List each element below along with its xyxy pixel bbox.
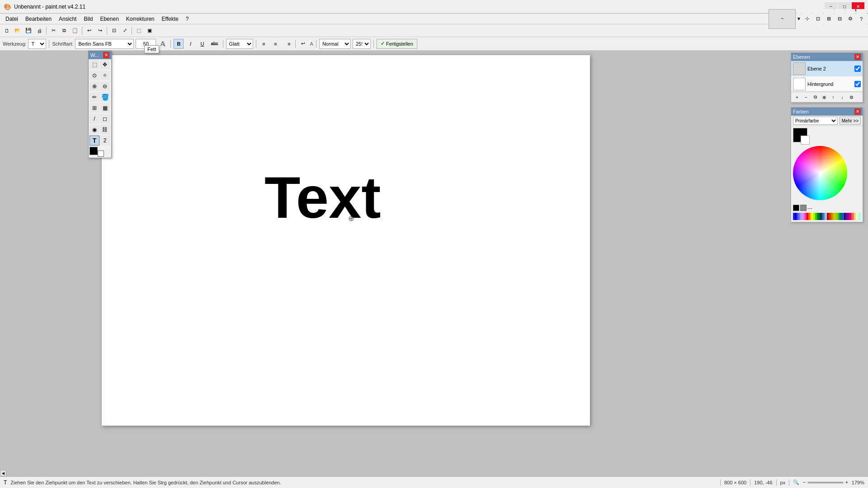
opacity-selector[interactable]: 255 <box>353 39 371 49</box>
print-button[interactable]: 🖨 <box>34 26 44 36</box>
copy-button[interactable]: ⧉ <box>59 26 69 36</box>
save-button[interactable]: 💾 <box>24 26 33 36</box>
chevron-down-icon[interactable]: ▼ <box>797 9 801 29</box>
direction-icon[interactable]: ↩ <box>298 39 308 49</box>
font-size-scale-icon[interactable]: 𝔸 <box>158 39 168 49</box>
menu-item-help[interactable]: ? <box>182 15 193 23</box>
menu-item-bearbeiten[interactable]: Bearbeiten <box>22 15 55 23</box>
text-tool[interactable]: T <box>90 136 99 145</box>
fill-tool[interactable]: 🪣 <box>100 92 110 102</box>
menu-item-korrekturen[interactable]: Korrekturen <box>123 15 158 23</box>
redo-button[interactable]: ↪ <box>95 26 105 36</box>
finish-button[interactable]: ✓ Fertigstellen <box>377 39 417 49</box>
unit-label: px <box>780 480 786 485</box>
layers-toolbar: + − ⧉ ⊕ ↑ ↓ ⚙ <box>791 92 863 102</box>
align-right-button[interactable]: ≡ <box>283 39 292 49</box>
paint-bucket-tool[interactable]: ⊞ <box>90 103 99 113</box>
canvas-drag-handle[interactable]: ⊕ <box>348 214 354 223</box>
top-right-icon4[interactable]: ⊟ <box>835 9 844 29</box>
menu-item-bild[interactable]: Bild <box>80 15 96 23</box>
align-center-button[interactable]: ≡ <box>271 39 281 49</box>
layers-close-button[interactable]: ✕ <box>854 54 861 60</box>
magic-wand-tool[interactable]: ✧ <box>100 70 110 80</box>
merge-layer-button[interactable]: ⊕ <box>820 93 828 101</box>
color-black-swatch[interactable] <box>793 205 799 211</box>
zoom-in-tool[interactable]: ⊕ <box>90 81 99 91</box>
status-sep-3 <box>776 479 777 486</box>
strikethrough-button[interactable]: abc <box>209 39 220 49</box>
cut-button[interactable]: ✂ <box>48 26 58 36</box>
layer-visibility-hintergrund[interactable] <box>854 81 861 87</box>
color-palette-row[interactable] <box>793 213 861 220</box>
primary-color-swatch[interactable] <box>90 147 98 155</box>
move-tool[interactable]: ✥ <box>100 60 110 70</box>
chain-tool[interactable]: ⛓ <box>100 125 110 135</box>
primary-color-preview[interactable] <box>793 128 807 142</box>
top-right-icon1[interactable]: ⊹ <box>802 9 812 29</box>
select-all-button[interactable]: ▣ <box>145 26 155 36</box>
secondary-color-preview[interactable] <box>801 136 810 145</box>
new-button[interactable]: 🗋 <box>2 26 12 36</box>
underline-button[interactable]: U <box>197 39 207 49</box>
delete-layer-button[interactable]: − <box>802 93 810 101</box>
secondary-color-swatch[interactable] <box>98 150 104 157</box>
color-wheel[interactable] <box>793 146 847 200</box>
color-grey-swatch[interactable] <box>800 205 807 211</box>
bold-button[interactable]: B <box>174 39 184 49</box>
move-layer-up-button[interactable]: ↑ <box>829 93 837 101</box>
pencil-tool[interactable]: ✏ <box>90 92 99 102</box>
duplicate-layer-button[interactable]: ⧉ <box>811 93 819 101</box>
move-layer-down-button[interactable]: ↓ <box>838 93 846 101</box>
brush-tool[interactable]: / <box>90 114 99 124</box>
lasso-tool[interactable]: ⊙ <box>90 70 99 80</box>
zoom-control[interactable]: − + <box>803 480 848 485</box>
zoom-in-button[interactable]: + <box>845 480 848 485</box>
eraser-tool[interactable]: ◻ <box>100 114 110 124</box>
status-tool-icon: T <box>4 479 7 486</box>
add-layer-button[interactable]: + <box>793 93 801 101</box>
gradient-tool[interactable]: ▦ <box>100 103 110 113</box>
layer-item-hintergrund[interactable]: Hintergrund <box>791 76 863 92</box>
layers-panel-title: Ebenen ✕ <box>791 53 863 61</box>
align-left-button[interactable]: ≡ <box>259 39 269 49</box>
scroll-left-button[interactable]: ◀ <box>0 470 6 476</box>
color-mode-selector[interactable]: Primärfarbe Sekundärfarbe <box>793 117 838 125</box>
open-button[interactable]: 📂 <box>13 26 23 36</box>
top-right-icon3[interactable]: ⊞ <box>824 9 834 29</box>
color-current-display <box>793 128 861 144</box>
zoom-slider[interactable] <box>807 482 844 483</box>
top-right-icon6[interactable]: ? <box>856 9 866 29</box>
color-wheel-container[interactable] <box>793 146 852 205</box>
menu-item-ansicht[interactable]: Ansicht <box>55 15 80 23</box>
font-selector[interactable]: Berlin Sans FB <box>75 39 134 49</box>
blend-mode-selector[interactable]: Normal <box>319 39 351 49</box>
zoom-out-button[interactable]: − <box>803 480 806 485</box>
top-right-icon2[interactable]: ⊡ <box>813 9 823 29</box>
top-right-icon5[interactable]: ⚙ <box>845 9 855 29</box>
deselect-button[interactable]: ⬚ <box>134 26 144 36</box>
menu-item-datei[interactable]: Datei <box>2 15 22 23</box>
resize-button[interactable]: ⤢ <box>120 26 130 36</box>
colors-more-button[interactable]: Mehr >> <box>840 117 861 125</box>
tool-selector[interactable]: T <box>28 39 46 49</box>
layer-item-ebene2[interactable]: Ebene 2 <box>791 61 863 76</box>
smooth-selector[interactable]: Glatt <box>226 39 253 49</box>
paste-button[interactable]: 📋 <box>70 26 80 36</box>
shapes-tool[interactable]: 2 <box>100 136 110 145</box>
canvas-text-object[interactable]: Text <box>264 168 381 227</box>
tools-close-button[interactable]: ✕ <box>103 52 109 58</box>
menu-item-ebenen[interactable]: Ebenen <box>96 15 122 23</box>
canvas[interactable]: Text ⊕ <box>102 55 590 426</box>
undo-button[interactable]: ↩ <box>84 26 94 36</box>
selection-tool[interactable]: ⬚ <box>90 60 99 70</box>
stamp-tool[interactable]: ◉ <box>90 125 99 135</box>
layer-properties-button[interactable]: ⚙ <box>847 93 855 101</box>
layer-visibility-ebene2[interactable] <box>854 66 861 72</box>
crop-button[interactable]: ⊡ <box>109 26 119 36</box>
colors-close-button[interactable]: ✕ <box>854 108 861 115</box>
menu-item-effekte[interactable]: Effekte <box>158 15 182 23</box>
italic-button[interactable]: I <box>185 39 195 49</box>
zoom-percent: 179% <box>852 480 864 485</box>
palette-color[interactable] <box>859 213 861 220</box>
zoom-out-tool[interactable]: ⊖ <box>100 81 110 91</box>
